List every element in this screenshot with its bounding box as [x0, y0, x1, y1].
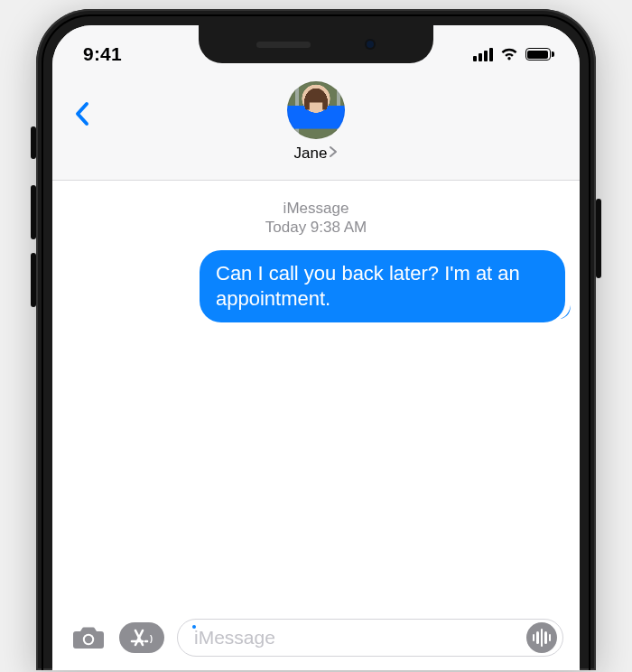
mute-switch	[31, 126, 36, 159]
compose-bar: ) iMessage	[52, 612, 580, 670]
status-indicators	[473, 47, 555, 61]
device-frame: 9:41	[36, 9, 596, 670]
message-text: Can I call you back later? I'm at an app…	[216, 262, 520, 310]
svg-text:): )	[150, 635, 153, 643]
cellular-signal-icon	[473, 48, 493, 61]
status-time: 9:41	[83, 43, 122, 65]
contact-info-button[interactable]: Jane	[69, 74, 563, 163]
device-notch	[199, 25, 433, 63]
app-store-icon: )	[128, 628, 155, 648]
chevron-right-icon	[329, 145, 338, 163]
message-timestamp: Today 9:38 AM	[67, 218, 565, 237]
voice-message-button[interactable]	[526, 622, 557, 653]
message-input-placeholder: iMessage	[194, 627, 519, 649]
service-label: iMessage	[67, 199, 565, 218]
camera-button[interactable]	[70, 624, 107, 651]
earpiece-speaker	[256, 42, 311, 48]
cursor-indicator	[192, 625, 196, 629]
thread-timestamp: iMessage Today 9:38 AM	[67, 199, 565, 238]
power-button	[596, 199, 601, 278]
audio-wave-icon	[533, 629, 552, 647]
volume-down-button	[31, 253, 36, 307]
app-drawer-button[interactable]: )	[119, 622, 164, 653]
chevron-left-icon	[74, 100, 92, 127]
message-row: Can I call you back later? I'm at an app…	[67, 250, 565, 322]
back-button[interactable]	[65, 96, 101, 132]
outgoing-message-bubble[interactable]: Can I call you back later? I'm at an app…	[200, 250, 565, 322]
svg-point-1	[85, 636, 92, 643]
wifi-icon	[499, 47, 519, 61]
conversation-header: Jane	[52, 74, 580, 181]
front-camera	[365, 39, 376, 50]
contact-avatar	[287, 81, 345, 139]
volume-up-button	[31, 185, 36, 239]
message-thread[interactable]: iMessage Today 9:38 AM Can I call you ba…	[52, 181, 580, 601]
battery-icon	[525, 48, 555, 61]
screen: 9:41	[52, 25, 580, 670]
message-input[interactable]: iMessage	[177, 619, 563, 657]
contact-name: Jane	[294, 145, 328, 163]
camera-icon	[71, 624, 106, 651]
